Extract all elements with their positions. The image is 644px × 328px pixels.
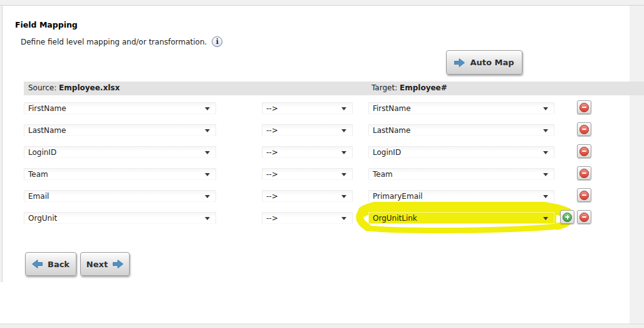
source-field-dropdown-1[interactable]: LastName: [24, 124, 216, 136]
next-button[interactable]: Next: [80, 252, 130, 276]
source-field-dropdown-0-value: FirstName: [28, 104, 66, 113]
operator-dropdown-3[interactable]: -->: [262, 168, 353, 180]
chevron-down-icon: [341, 173, 346, 176]
auto-map-label: Auto Map: [470, 58, 514, 67]
back-label: Back: [48, 260, 70, 269]
add-mapping-button-5[interactable]: [560, 210, 574, 224]
target-field-dropdown-5[interactable]: OrgUnitLink: [368, 212, 554, 224]
target-field-dropdown-1-value: LastName: [373, 126, 410, 135]
operator-dropdown-0-value: -->: [266, 104, 278, 113]
remove-mapping-button-0-icon: [579, 103, 589, 112]
chevron-down-icon: [341, 107, 346, 110]
chevron-down-icon: [205, 151, 210, 154]
arrow-right-icon: [113, 260, 123, 268]
target-entity-name: Employee#: [400, 83, 447, 92]
bottom-gutter: [0, 324, 644, 328]
remove-mapping-button-4-icon: [579, 191, 589, 200]
chevron-down-icon: [341, 151, 346, 154]
operator-dropdown-2-value: -->: [266, 148, 278, 157]
arrow-left-icon: [32, 260, 43, 268]
chevron-down-icon: [205, 173, 210, 176]
chevron-down-icon: [543, 217, 548, 220]
target-field-dropdown-5-value: OrgUnitLink: [373, 214, 417, 223]
operator-dropdown-5[interactable]: -->: [262, 212, 353, 224]
page-subtitle-text: Define field level mapping and/or transf…: [21, 38, 207, 46]
left-gutter: [0, 6, 3, 282]
page-subtitle: Define field level mapping and/or transf…: [21, 36, 222, 47]
operator-dropdown-1-value: -->: [266, 126, 278, 135]
source-field-dropdown-0[interactable]: FirstName: [24, 102, 216, 114]
back-button[interactable]: Back: [25, 252, 76, 276]
chevron-down-icon: [543, 107, 548, 110]
field-mapping-screen: Field Mapping Define field level mapping…: [0, 0, 644, 328]
auto-map-button[interactable]: Auto Map: [446, 50, 522, 75]
chevron-down-icon: [205, 129, 210, 132]
target-field-dropdown-2[interactable]: LoginID: [368, 146, 554, 158]
target-field-dropdown-4[interactable]: PrimaryEmail: [368, 190, 554, 202]
chevron-down-icon: [543, 129, 548, 132]
chevron-down-icon: [543, 151, 548, 154]
operator-dropdown-4[interactable]: -->: [262, 190, 353, 202]
target-field-dropdown-2-value: LoginID: [373, 148, 401, 157]
chevron-down-icon: [341, 217, 346, 220]
chevron-down-icon: [341, 195, 346, 198]
operator-dropdown-3-value: -->: [266, 170, 278, 179]
chevron-down-icon: [341, 129, 346, 132]
top-gutter: [0, 0, 644, 6]
chevron-down-icon: [205, 107, 210, 110]
operator-dropdown-0[interactable]: -->: [262, 102, 353, 114]
source-header: Source: Employee.xlsx: [28, 83, 120, 92]
target-field-dropdown-4-value: PrimaryEmail: [373, 192, 423, 201]
source-field-dropdown-5[interactable]: OrgUnit: [24, 212, 216, 224]
page-title: Field Mapping: [15, 20, 78, 29]
remove-mapping-button-0[interactable]: [577, 100, 591, 114]
source-field-dropdown-3-value: Team: [28, 170, 48, 179]
remove-mapping-button-5[interactable]: [577, 210, 591, 224]
remove-mapping-button-1-icon: [579, 125, 589, 134]
remove-mapping-button-4[interactable]: [577, 188, 591, 202]
remove-mapping-button-5-icon: [579, 213, 589, 222]
remove-mapping-button-2[interactable]: [577, 144, 591, 158]
operator-dropdown-2[interactable]: -->: [262, 146, 353, 158]
mapping-header-bar: Source: Employee.xlsx Target: Employee#: [24, 82, 644, 95]
target-header: Target: Employee#: [371, 83, 447, 92]
chevron-down-icon: [205, 195, 210, 198]
target-field-dropdown-0[interactable]: FirstName: [368, 102, 554, 114]
chevron-down-icon: [205, 217, 210, 220]
chevron-down-icon: [543, 195, 548, 198]
source-file-name: Employee.xlsx: [59, 83, 120, 92]
target-field-dropdown-1[interactable]: LastName: [368, 124, 554, 136]
right-gutter: [630, 6, 644, 328]
source-field-dropdown-2[interactable]: LoginID: [24, 146, 216, 158]
chevron-down-icon: [543, 173, 548, 176]
target-header-label: Target:: [371, 83, 397, 92]
target-field-dropdown-3-value: Team: [373, 170, 393, 179]
target-field-dropdown-3[interactable]: Team: [368, 168, 554, 180]
operator-dropdown-1[interactable]: -->: [262, 124, 353, 136]
operator-dropdown-5-value: -->: [266, 214, 278, 223]
target-field-dropdown-0-value: FirstName: [373, 104, 411, 113]
remove-mapping-button-2-icon: [579, 147, 589, 156]
source-field-dropdown-5-value: OrgUnit: [28, 214, 57, 223]
remove-mapping-button-1[interactable]: [577, 122, 591, 136]
source-field-dropdown-1-value: LastName: [28, 126, 66, 135]
arrow-right-icon: [454, 58, 465, 67]
source-field-dropdown-4[interactable]: Email: [24, 190, 216, 202]
source-field-dropdown-4-value: Email: [28, 192, 49, 201]
add-mapping-button-5-icon: [563, 213, 572, 222]
remove-mapping-button-3-icon: [579, 169, 589, 178]
remove-mapping-button-3[interactable]: [577, 166, 591, 180]
source-field-dropdown-2-value: LoginID: [28, 148, 56, 157]
operator-dropdown-4-value: -->: [266, 192, 278, 201]
source-header-label: Source:: [28, 83, 56, 92]
next-label: Next: [86, 260, 108, 269]
source-field-dropdown-3[interactable]: Team: [24, 168, 216, 180]
info-icon[interactable]: i: [212, 36, 222, 47]
